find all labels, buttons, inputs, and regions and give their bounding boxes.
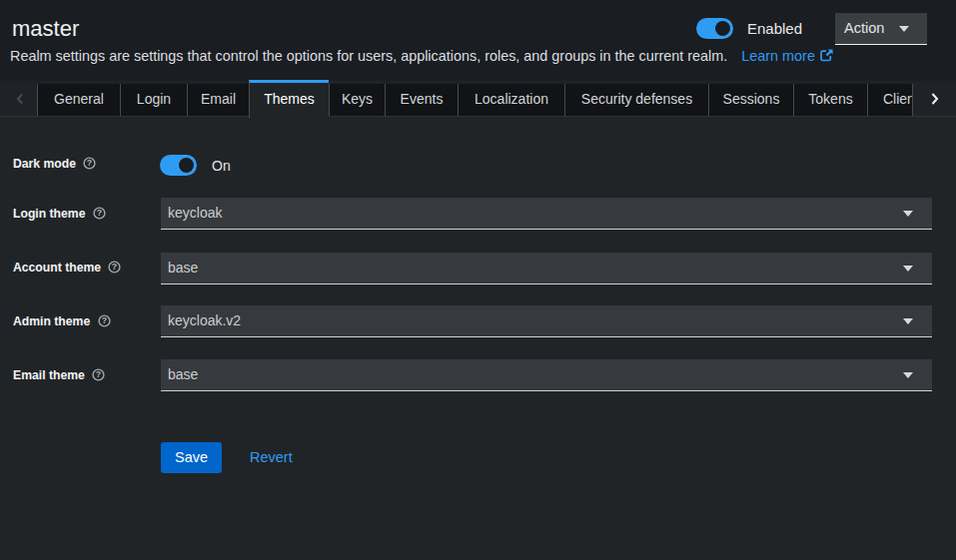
svg-text:?: ? <box>112 262 117 272</box>
svg-text:?: ? <box>87 158 92 168</box>
svg-text:?: ? <box>96 369 101 379</box>
svg-text:?: ? <box>97 208 102 218</box>
svg-text:?: ? <box>101 315 106 325</box>
